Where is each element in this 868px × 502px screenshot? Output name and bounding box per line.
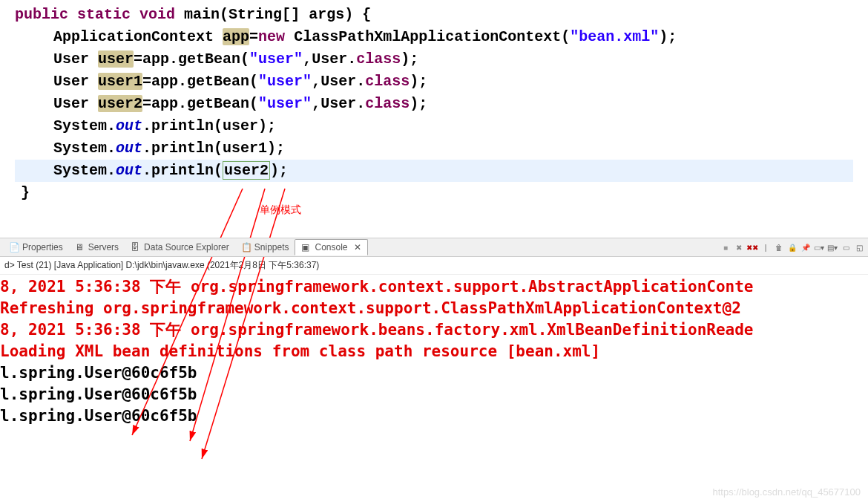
remove-all-button[interactable]: ✖✖ (746, 241, 758, 253)
console-line: l.spring.User@60c6f5b (0, 384, 868, 405)
tab-properties[interactable]: 📄 Properties (3, 240, 69, 255)
var-user: user (98, 50, 134, 68)
console-icon: ▣ (301, 242, 312, 252)
display-console-button[interactable]: ▭▾ (813, 241, 825, 253)
watermark: https://blog.csdn.net/qq_45677100 (713, 486, 861, 498)
properties-icon: 📄 (9, 242, 19, 252)
console-line: Refreshing org.springframework.context.s… (0, 298, 868, 319)
views-tab-bar: 📄 Properties 🖥 Servers 🗄 Data Source Exp… (0, 238, 868, 257)
var-user2-boxed: user2 (223, 161, 270, 180)
var-user2: user2 (98, 95, 142, 112)
console-toolbar: ■ ✖ ✖✖ | 🗑 🔒 📌 ▭▾ ▤▾ ▭ ◱ (720, 241, 865, 253)
maximize-view-button[interactable]: ◱ (853, 241, 865, 253)
annotation-singleton: 单例模式 (260, 199, 301, 221)
remove-launch-button[interactable]: ✖ (733, 241, 745, 253)
code-line-4: User user1=app.getBean("user",User.class… (15, 71, 853, 93)
tab-label: Properties (22, 242, 63, 252)
code-line-6: System.out.println(user); (15, 115, 853, 137)
console-line: 8, 2021 5:36:38 下午 org.springframework.b… (0, 319, 868, 341)
tab-snippets[interactable]: 📋 Snippets (235, 240, 295, 255)
keyword-public: public (15, 6, 68, 23)
console-line: l.spring.User@60c6f5b (0, 362, 868, 384)
snippets-icon: 📋 (241, 242, 251, 252)
tab-label: Servers (88, 242, 119, 252)
scroll-lock-button[interactable]: 🔒 (786, 241, 798, 253)
code-line-8-current: System.out.println(user2); (15, 160, 853, 182)
var-user1: user1 (98, 73, 142, 90)
console-line: l.spring.User@60c6f5b (0, 405, 868, 427)
close-tab-icon[interactable]: ✕ (354, 242, 361, 252)
code-editor[interactable]: public static void main(String[] args) {… (0, 0, 868, 208)
tab-label: Data Source Explorer (144, 242, 229, 252)
string-literal: "bean.xml" (570, 28, 659, 45)
pin-console-button[interactable]: 📌 (800, 241, 812, 253)
terminate-button[interactable]: ■ (720, 241, 731, 253)
code-line-7: System.out.println(user1); (15, 137, 853, 160)
code-line-3: User user=app.getBean("user",User.class)… (15, 48, 853, 71)
console-output[interactable]: 8, 2021 5:36:38 下午 org.springframework.c… (0, 275, 868, 427)
keyword-void: void (139, 6, 175, 23)
type: ApplicationContext (53, 28, 214, 45)
database-icon: 🗄 (131, 242, 141, 252)
open-console-button[interactable]: ▤▾ (826, 241, 838, 253)
method-name: main (184, 6, 220, 23)
divider-icon: | (760, 241, 772, 253)
params: (String[] args) { (220, 6, 371, 23)
code-line-2: ApplicationContext app=new ClassPathXmlA… (15, 26, 853, 48)
tab-data-source-explorer[interactable]: 🗄 Data Source Explorer (125, 240, 235, 255)
console-line: Loading XML bean definitions from class … (0, 341, 868, 362)
tab-label: Snippets (254, 242, 289, 252)
servers-icon: 🖥 (75, 242, 85, 252)
var-app: app (223, 28, 249, 45)
code-line-5: User user2=app.getBean("user",User.class… (15, 93, 853, 115)
tab-servers[interactable]: 🖥 Servers (69, 240, 125, 255)
keyword-static: static (77, 6, 131, 23)
field-out: out (116, 117, 142, 134)
tab-console[interactable]: ▣ Console ✕ (295, 239, 367, 255)
keyword-new: new (258, 28, 285, 45)
code-line-1: public static void main(String[] args) { (15, 4, 853, 26)
console-run-info: d> Test (21) [Java Application] D:\jdk\b… (0, 257, 868, 275)
clear-console-button[interactable]: 🗑 (773, 241, 785, 253)
tab-label: Console (315, 242, 347, 252)
code-line-9: } (15, 182, 853, 204)
minimize-view-button[interactable]: ▭ (840, 241, 852, 253)
console-line: 8, 2021 5:36:38 下午 org.springframework.c… (0, 276, 868, 298)
